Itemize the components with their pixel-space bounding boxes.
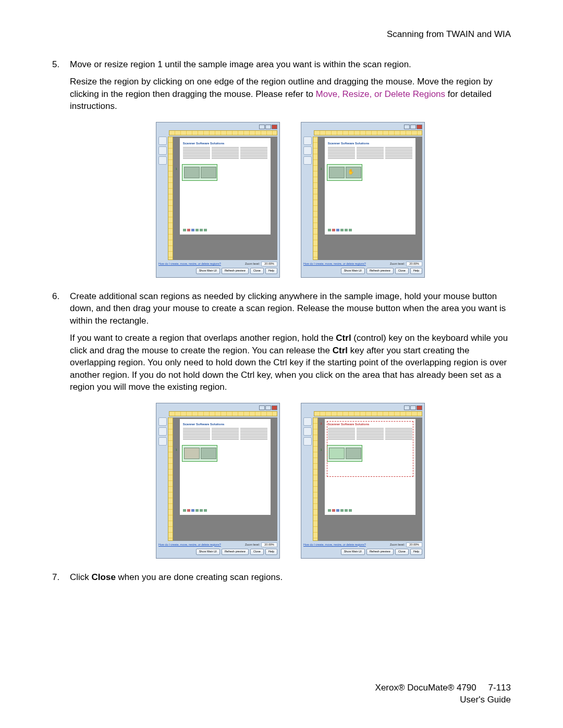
zoom-select: 20.00% (261, 262, 277, 267)
thumbnail-row (183, 229, 207, 231)
ruler-vertical (168, 137, 173, 260)
section-heading: Scanning from TWAIN and WIA (52, 29, 511, 40)
page-number: 7-113 (488, 683, 511, 693)
preview-dialog-figure: Scanner Software Solutions (156, 122, 280, 278)
refresh-preview-button: Refresh preview (222, 268, 249, 274)
cross-reference-link[interactable]: Move, Resize, or Delete Regions (316, 89, 446, 99)
step-text: Resize the region by clicking on one edg… (70, 76, 511, 112)
close-icon (272, 125, 277, 129)
fit-icon (158, 156, 167, 165)
preview-canvas: Scanner Software Solutions (173, 137, 277, 260)
preview-dialog-figure: Scanner Software Solutions (301, 122, 425, 278)
window-controls (158, 125, 277, 129)
close-button: Close (250, 268, 264, 274)
guide-name: User's Guide (375, 694, 511, 706)
step-text: If you want to create a region that over… (70, 332, 511, 393)
help-button: Help (265, 268, 277, 274)
move-cursor-icon: ✋ (348, 168, 354, 176)
steps-list: 5. Move or resize region 1 until the sam… (52, 58, 511, 583)
step-5: 5. Move or resize region 1 until the sam… (52, 58, 511, 278)
figure-row: Scanner Software Solutions (70, 122, 511, 278)
document-page: Scanning from TWAIN and WIA 5. Move or r… (0, 0, 563, 728)
preview-dialog-figure: Scanner Software Solutions (156, 403, 280, 559)
region-number-2: 2 (321, 422, 322, 426)
figure-row: Scanner Software Solutions (70, 403, 511, 559)
preview-dialog-figure: Scanner Software Solutions (301, 403, 425, 559)
help-link: How do I create, move, resize, or delete… (158, 262, 221, 266)
scan-region-2 (327, 421, 414, 477)
step-7: 7. Click Close when you are done creatin… (52, 571, 511, 583)
step-text: Click Close when you are done creating s… (70, 571, 511, 583)
step-6: 6. Create additional scan regions as nee… (52, 290, 511, 559)
step-number: 6. (52, 290, 59, 302)
step-number: 5. (52, 58, 59, 70)
step-text: Move or resize region 1 until the sample… (70, 58, 511, 70)
product-name: Xerox® DocuMate® 4790 (375, 683, 476, 693)
zoom-label: Zoom level: (245, 262, 260, 266)
region-number-1: 1 (176, 167, 177, 171)
maximize-icon (265, 125, 271, 129)
show-main-ui-button: Show Main UI (196, 268, 220, 274)
page-footer: Xerox® DocuMate® 4790 7-113 User's Guide (375, 682, 511, 706)
zoom-in-icon (158, 137, 167, 145)
dialog-buttons: Show Main UI Refresh preview Close Help (158, 268, 277, 274)
ruler-horizontal (169, 130, 277, 135)
minimize-icon (259, 125, 265, 129)
step-number: 7. (52, 571, 59, 583)
scan-region-1 (182, 164, 217, 181)
zoom-out-icon (158, 146, 167, 155)
preview-page: Scanner Software Solutions (180, 138, 271, 235)
toolbar (158, 137, 168, 260)
sample-heading: Scanner Software Solutions (183, 141, 268, 145)
step-text: Create additional scan regions as needed… (70, 290, 511, 327)
